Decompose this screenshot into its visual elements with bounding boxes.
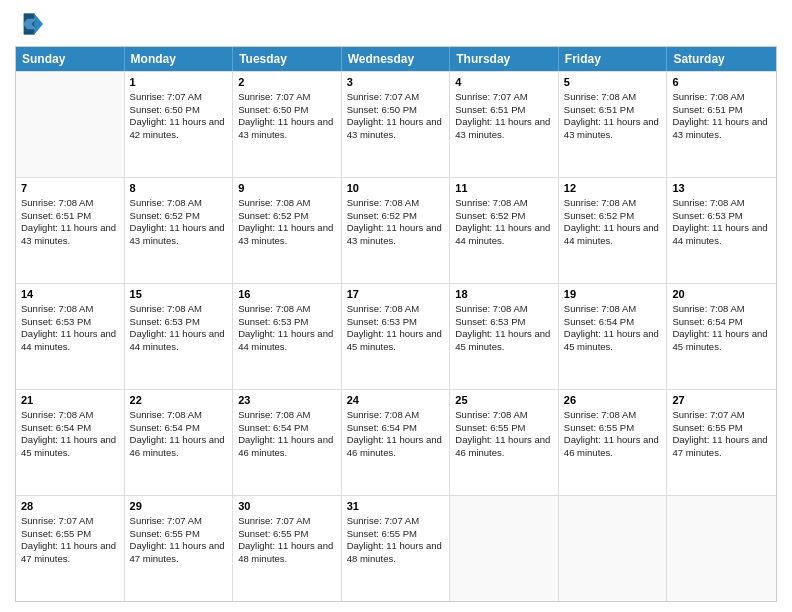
day-cell-15: 15Sunrise: 7:08 AM Sunset: 6:53 PM Dayli…: [125, 284, 234, 389]
logo-icon: [15, 10, 43, 38]
day-content: Sunrise: 7:08 AM Sunset: 6:54 PM Dayligh…: [21, 409, 119, 460]
day-cell-7: 7Sunrise: 7:08 AM Sunset: 6:51 PM Daylig…: [16, 178, 125, 283]
day-number: 17: [347, 287, 445, 302]
day-number: 6: [672, 75, 771, 90]
empty-cell: [667, 496, 776, 601]
day-number: 2: [238, 75, 336, 90]
empty-cell: [450, 496, 559, 601]
day-cell-11: 11Sunrise: 7:08 AM Sunset: 6:52 PM Dayli…: [450, 178, 559, 283]
day-number: 1: [130, 75, 228, 90]
day-cell-13: 13Sunrise: 7:08 AM Sunset: 6:53 PM Dayli…: [667, 178, 776, 283]
day-content: Sunrise: 7:07 AM Sunset: 6:55 PM Dayligh…: [21, 515, 119, 566]
day-content: Sunrise: 7:08 AM Sunset: 6:52 PM Dayligh…: [238, 197, 336, 248]
day-cell-5: 5Sunrise: 7:08 AM Sunset: 6:51 PM Daylig…: [559, 72, 668, 177]
day-cell-25: 25Sunrise: 7:08 AM Sunset: 6:55 PM Dayli…: [450, 390, 559, 495]
day-content: Sunrise: 7:08 AM Sunset: 6:54 PM Dayligh…: [564, 303, 662, 354]
day-content: Sunrise: 7:08 AM Sunset: 6:53 PM Dayligh…: [347, 303, 445, 354]
day-cell-28: 28Sunrise: 7:07 AM Sunset: 6:55 PM Dayli…: [16, 496, 125, 601]
day-cell-22: 22Sunrise: 7:08 AM Sunset: 6:54 PM Dayli…: [125, 390, 234, 495]
day-number: 19: [564, 287, 662, 302]
empty-cell: [559, 496, 668, 601]
day-number: 23: [238, 393, 336, 408]
header-day-tuesday: Tuesday: [233, 47, 342, 71]
day-content: Sunrise: 7:08 AM Sunset: 6:52 PM Dayligh…: [347, 197, 445, 248]
day-number: 16: [238, 287, 336, 302]
day-cell-26: 26Sunrise: 7:08 AM Sunset: 6:55 PM Dayli…: [559, 390, 668, 495]
day-cell-27: 27Sunrise: 7:07 AM Sunset: 6:55 PM Dayli…: [667, 390, 776, 495]
day-number: 10: [347, 181, 445, 196]
day-content: Sunrise: 7:07 AM Sunset: 6:50 PM Dayligh…: [347, 91, 445, 142]
day-content: Sunrise: 7:08 AM Sunset: 6:51 PM Dayligh…: [672, 91, 771, 142]
day-number: 21: [21, 393, 119, 408]
day-number: 30: [238, 499, 336, 514]
day-content: Sunrise: 7:08 AM Sunset: 6:51 PM Dayligh…: [21, 197, 119, 248]
empty-cell: [16, 72, 125, 177]
day-content: Sunrise: 7:08 AM Sunset: 6:52 PM Dayligh…: [564, 197, 662, 248]
page: SundayMondayTuesdayWednesdayThursdayFrid…: [0, 0, 792, 612]
header-day-thursday: Thursday: [450, 47, 559, 71]
day-content: Sunrise: 7:07 AM Sunset: 6:55 PM Dayligh…: [347, 515, 445, 566]
header: [15, 10, 777, 38]
day-cell-24: 24Sunrise: 7:08 AM Sunset: 6:54 PM Dayli…: [342, 390, 451, 495]
day-number: 12: [564, 181, 662, 196]
day-number: 4: [455, 75, 553, 90]
day-number: 14: [21, 287, 119, 302]
day-content: Sunrise: 7:07 AM Sunset: 6:51 PM Dayligh…: [455, 91, 553, 142]
day-cell-1: 1Sunrise: 7:07 AM Sunset: 6:50 PM Daylig…: [125, 72, 234, 177]
day-number: 29: [130, 499, 228, 514]
day-number: 25: [455, 393, 553, 408]
day-number: 7: [21, 181, 119, 196]
day-cell-14: 14Sunrise: 7:08 AM Sunset: 6:53 PM Dayli…: [16, 284, 125, 389]
day-cell-9: 9Sunrise: 7:08 AM Sunset: 6:52 PM Daylig…: [233, 178, 342, 283]
calendar-row-3: 14Sunrise: 7:08 AM Sunset: 6:53 PM Dayli…: [16, 283, 776, 389]
day-number: 28: [21, 499, 119, 514]
day-cell-19: 19Sunrise: 7:08 AM Sunset: 6:54 PM Dayli…: [559, 284, 668, 389]
day-content: Sunrise: 7:08 AM Sunset: 6:53 PM Dayligh…: [21, 303, 119, 354]
day-number: 11: [455, 181, 553, 196]
day-content: Sunrise: 7:07 AM Sunset: 6:50 PM Dayligh…: [238, 91, 336, 142]
day-cell-16: 16Sunrise: 7:08 AM Sunset: 6:53 PM Dayli…: [233, 284, 342, 389]
day-number: 22: [130, 393, 228, 408]
day-cell-17: 17Sunrise: 7:08 AM Sunset: 6:53 PM Dayli…: [342, 284, 451, 389]
day-cell-29: 29Sunrise: 7:07 AM Sunset: 6:55 PM Dayli…: [125, 496, 234, 601]
header-day-wednesday: Wednesday: [342, 47, 451, 71]
calendar-row-1: 1Sunrise: 7:07 AM Sunset: 6:50 PM Daylig…: [16, 71, 776, 177]
header-day-monday: Monday: [125, 47, 234, 71]
day-content: Sunrise: 7:07 AM Sunset: 6:55 PM Dayligh…: [672, 409, 771, 460]
header-day-friday: Friday: [559, 47, 668, 71]
day-content: Sunrise: 7:08 AM Sunset: 6:53 PM Dayligh…: [455, 303, 553, 354]
header-day-sunday: Sunday: [16, 47, 125, 71]
day-number: 8: [130, 181, 228, 196]
day-cell-4: 4Sunrise: 7:07 AM Sunset: 6:51 PM Daylig…: [450, 72, 559, 177]
day-cell-10: 10Sunrise: 7:08 AM Sunset: 6:52 PM Dayli…: [342, 178, 451, 283]
day-cell-23: 23Sunrise: 7:08 AM Sunset: 6:54 PM Dayli…: [233, 390, 342, 495]
calendar-body: 1Sunrise: 7:07 AM Sunset: 6:50 PM Daylig…: [16, 71, 776, 601]
day-content: Sunrise: 7:08 AM Sunset: 6:52 PM Dayligh…: [130, 197, 228, 248]
day-number: 13: [672, 181, 771, 196]
day-number: 26: [564, 393, 662, 408]
header-day-saturday: Saturday: [667, 47, 776, 71]
day-content: Sunrise: 7:07 AM Sunset: 6:55 PM Dayligh…: [130, 515, 228, 566]
calendar-row-4: 21Sunrise: 7:08 AM Sunset: 6:54 PM Dayli…: [16, 389, 776, 495]
day-content: Sunrise: 7:08 AM Sunset: 6:54 PM Dayligh…: [130, 409, 228, 460]
day-cell-18: 18Sunrise: 7:08 AM Sunset: 6:53 PM Dayli…: [450, 284, 559, 389]
day-number: 5: [564, 75, 662, 90]
day-number: 27: [672, 393, 771, 408]
calendar: SundayMondayTuesdayWednesdayThursdayFrid…: [15, 46, 777, 602]
day-cell-12: 12Sunrise: 7:08 AM Sunset: 6:52 PM Dayli…: [559, 178, 668, 283]
day-content: Sunrise: 7:08 AM Sunset: 6:54 PM Dayligh…: [347, 409, 445, 460]
calendar-row-5: 28Sunrise: 7:07 AM Sunset: 6:55 PM Dayli…: [16, 495, 776, 601]
day-number: 31: [347, 499, 445, 514]
day-number: 20: [672, 287, 771, 302]
logo: [15, 10, 47, 38]
day-content: Sunrise: 7:08 AM Sunset: 6:54 PM Dayligh…: [672, 303, 771, 354]
day-content: Sunrise: 7:08 AM Sunset: 6:53 PM Dayligh…: [238, 303, 336, 354]
day-cell-6: 6Sunrise: 7:08 AM Sunset: 6:51 PM Daylig…: [667, 72, 776, 177]
day-content: Sunrise: 7:08 AM Sunset: 6:55 PM Dayligh…: [455, 409, 553, 460]
day-content: Sunrise: 7:08 AM Sunset: 6:54 PM Dayligh…: [238, 409, 336, 460]
day-cell-21: 21Sunrise: 7:08 AM Sunset: 6:54 PM Dayli…: [16, 390, 125, 495]
day-cell-2: 2Sunrise: 7:07 AM Sunset: 6:50 PM Daylig…: [233, 72, 342, 177]
day-content: Sunrise: 7:08 AM Sunset: 6:52 PM Dayligh…: [455, 197, 553, 248]
calendar-header: SundayMondayTuesdayWednesdayThursdayFrid…: [16, 47, 776, 71]
day-content: Sunrise: 7:08 AM Sunset: 6:55 PM Dayligh…: [564, 409, 662, 460]
